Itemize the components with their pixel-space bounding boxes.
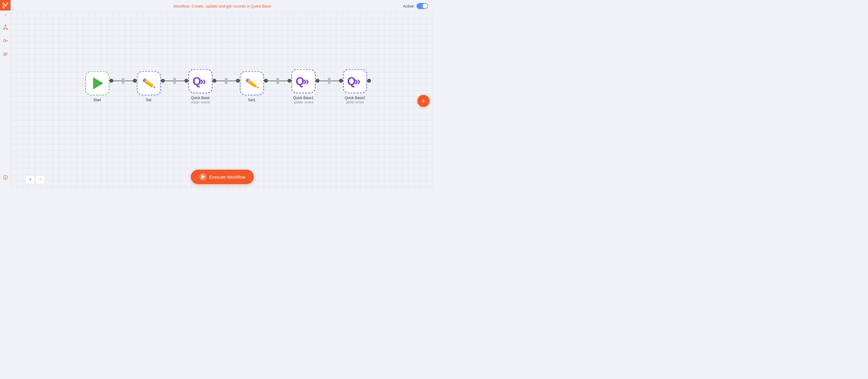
qb-logo-3: Q » [347, 75, 363, 88]
edge-line-4 [176, 81, 184, 81]
edge-dot-10 [339, 79, 343, 83]
sidebar-logo[interactable] [0, 0, 10, 10]
set1-node-box[interactable]: ✏️ [240, 71, 264, 95]
workflow-label: Workflow: [173, 4, 190, 8]
qb2-sublabel: getAll: record [346, 101, 364, 104]
edge-dot-6 [236, 79, 240, 83]
active-toggle[interactable] [416, 3, 428, 9]
qb-node-box-2[interactable]: Q » [291, 69, 315, 93]
edge-line-6 [227, 81, 236, 81]
execute-workflow-label: Execute Workflow [210, 175, 246, 180]
sidebar-item-list[interactable] [0, 48, 10, 60]
edge-line-9 [319, 81, 328, 81]
svg-point-3 [3, 7, 4, 8]
edge-dot-1 [109, 79, 113, 83]
edge-dot-4 [184, 79, 188, 83]
start-label: Start [93, 98, 101, 102]
active-label: Active: [403, 4, 415, 8]
qb-logo-2: Q » [296, 75, 311, 88]
qb2-label: Quick Base2 [344, 96, 365, 100]
edge-line-10 [330, 81, 339, 81]
workflow-canvas: Start ✏️ Set [10, 12, 434, 189]
sidebar-item-help[interactable]: ? [0, 171, 10, 184]
sidebar: › ? [0, 0, 10, 189]
node-set1[interactable]: ✏️ Set1 [240, 71, 264, 102]
svg-line-5 [5, 4, 7, 5]
edge-dot-final [367, 79, 371, 83]
svg-line-11 [4, 28, 5, 29]
workflow-row: Start ✏️ Set [85, 69, 371, 104]
svg-text:»: » [303, 75, 309, 87]
header-title: Workflow: Create, update and get records… [173, 4, 271, 8]
qb-logo-1: Q » [192, 75, 208, 88]
edge-qb-set1 [212, 78, 240, 95]
qb1-sublabel: update: record [293, 101, 313, 104]
set-node-box[interactable]: ✏️ [136, 71, 161, 95]
qb-label-1: Quick Base [191, 96, 210, 100]
svg-text:?: ? [4, 176, 6, 179]
svg-point-1 [7, 3, 8, 4]
edge-rect-4 [276, 78, 279, 84]
edge-rect-2 [173, 78, 176, 84]
zoom-controls: + − [26, 175, 45, 184]
qb-sublabel-1: create: record [191, 101, 210, 104]
workflow-name: Create, update and get records in Quick … [192, 4, 271, 8]
edge-dot-3 [161, 79, 164, 83]
zoom-out-button[interactable]: − [36, 175, 45, 184]
node-start[interactable]: Start [85, 71, 109, 102]
edge-line-7 [268, 81, 276, 81]
svg-point-2 [4, 5, 6, 6]
pencil-icon-1: ✏️ [141, 76, 156, 90]
edge-dot-9 [315, 79, 319, 83]
qb-node-box-1[interactable]: Q » [188, 69, 212, 93]
edge-start-set [109, 78, 136, 95]
sidebar-item-keys[interactable] [0, 35, 10, 47]
start-play-icon [93, 77, 103, 89]
set1-label: Set1 [248, 98, 255, 102]
set-label: Set [146, 98, 151, 102]
start-node-box[interactable] [85, 71, 109, 95]
execute-play-icon [199, 173, 207, 181]
edge-line-2 [124, 81, 133, 81]
execute-workflow-button[interactable]: Execute Workflow [191, 169, 254, 184]
svg-line-12 [5, 28, 7, 29]
edge-dot-2 [133, 79, 136, 83]
add-node-button[interactable]: + [417, 95, 430, 107]
edge-set-qb [161, 78, 188, 95]
main-content: Workflow: Create, update and get records… [10, 0, 434, 189]
svg-line-4 [3, 4, 5, 5]
qb-node-box-3[interactable]: Q » [343, 69, 367, 93]
node-set[interactable]: ✏️ Set [136, 71, 161, 102]
svg-point-0 [3, 3, 4, 4]
edge-set1-qb1 [264, 78, 291, 95]
qb1-label: Quick Base1 [293, 96, 313, 100]
node-quickbase[interactable]: Q » Quick Base create: record [188, 69, 212, 104]
node-quickbase1[interactable]: Q » Quick Base1 update: record [291, 69, 315, 104]
sidebar-item-network[interactable] [0, 21, 10, 33]
node-quickbase2[interactable]: Q » Quick Base2 getAll: record [343, 69, 367, 104]
svg-point-13 [3, 39, 6, 42]
edge-line-1 [113, 81, 121, 81]
edge-dot-7 [264, 79, 268, 83]
svg-text:»: » [200, 75, 206, 87]
zoom-in-button[interactable]: + [26, 175, 35, 184]
edge-rect-5 [328, 78, 330, 84]
edge-rect-3 [224, 78, 227, 84]
edge-line-3 [164, 81, 173, 81]
header-active-section: Active: [403, 3, 428, 9]
sidebar-expand-btn[interactable]: › [0, 10, 10, 20]
edge-dot-8 [287, 79, 291, 83]
edge-qb1-qb2 [315, 78, 343, 95]
header: Workflow: Create, update and get records… [10, 0, 434, 12]
edge-rect-1 [121, 78, 124, 84]
edge-line-5 [216, 81, 224, 81]
edge-line-8 [279, 81, 287, 81]
pencil-icon-2: ✏️ [244, 76, 259, 90]
svg-text:»: » [354, 75, 361, 87]
edge-dot-5 [212, 79, 216, 83]
svg-rect-7 [4, 25, 6, 26]
edge-final [367, 79, 371, 94]
execute-workflow-container: Execute Workflow [191, 169, 254, 184]
